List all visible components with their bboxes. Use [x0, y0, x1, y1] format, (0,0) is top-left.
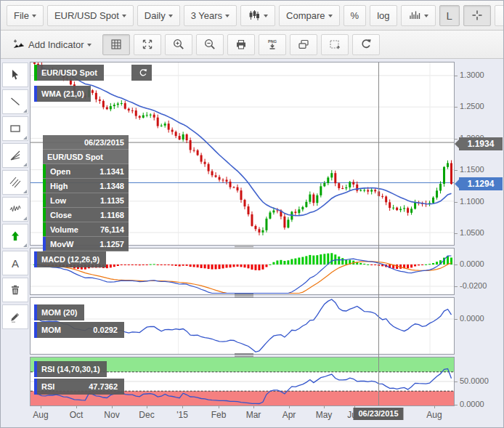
crosshair-vertical-line — [378, 62, 379, 405]
tooltip-row-label: Open — [50, 167, 99, 176]
refresh-icon — [138, 68, 148, 78]
rsi-value-chip: RSI 47.7362 — [34, 379, 124, 395]
period-high-badge: 1.1934 — [459, 137, 503, 150]
selection-mode-button[interactable] — [321, 34, 349, 55]
compare-button[interactable]: Compare — [279, 5, 339, 26]
x-axis-tick — [219, 405, 219, 408]
add-indicator-label: Add Indicator — [28, 39, 84, 50]
grid-toggle-button[interactable] — [102, 34, 130, 55]
log-scale-label: log — [377, 10, 389, 21]
wma-chip[interactable]: WMA (21,0) — [34, 86, 91, 102]
rsi-chip[interactable]: RSI (14,70,30,1) — [34, 361, 107, 377]
tool-options-corner-icon — [23, 190, 27, 193]
fullscreen-button[interactable] — [134, 34, 161, 55]
volume-style-button[interactable] — [401, 5, 436, 26]
caret-down-icon — [32, 15, 36, 20]
panel-resize-handle[interactable] — [235, 294, 253, 297]
file-menu-button[interactable]: File — [7, 5, 44, 26]
panel-resize-handle[interactable] — [235, 353, 253, 357]
tooltip-date: 06/23/2015 — [43, 135, 129, 150]
trendline-tool[interactable] — [2, 89, 28, 114]
y-axis-label: 1.0500 — [460, 228, 484, 237]
last-price-label-toggle-label: L — [447, 9, 452, 22]
y-axis-tick — [455, 286, 458, 287]
print-button[interactable] — [227, 34, 255, 55]
x-axis-tick — [41, 405, 41, 408]
crosshair-label-toggle-button[interactable]: L — [495, 5, 504, 26]
pencil-icon — [9, 310, 22, 323]
last-price-label-toggle-button[interactable]: L — [439, 5, 460, 26]
tool-options-corner-icon — [23, 243, 27, 247]
png-export-button[interactable]: PNG — [259, 34, 286, 55]
caret-down-icon — [168, 15, 173, 20]
candlestick-icon — [248, 9, 261, 22]
interval-select-button[interactable]: Daily — [137, 5, 180, 26]
zigzag-icon — [9, 203, 22, 216]
symbol-select-button[interactable]: EUR/USD Spot — [47, 5, 134, 26]
x-axis-tick — [147, 405, 147, 408]
tooltip-row-value: 1.1348 — [99, 182, 124, 190]
interval-select-label: Daily — [145, 10, 166, 21]
add-indicator-button[interactable]: Add Indicator — [5, 34, 99, 55]
freehand-draw-tool[interactable] — [2, 304, 28, 329]
compare-label: Compare — [286, 10, 325, 21]
y-axis-label: -0.0200 — [460, 281, 487, 290]
macd-chip[interactable]: MACD (12,26,9) — [34, 251, 106, 267]
parallel-lines-tool[interactable] — [2, 170, 28, 195]
refresh-symbol-button[interactable] — [131, 65, 152, 81]
tooltip-row-color-bar — [43, 237, 46, 251]
cursor-tool[interactable] — [2, 62, 28, 87]
y-axis-tick — [455, 319, 458, 320]
tooltip-symbol: EUR/USD Spot — [43, 150, 129, 164]
crosshair-toggle-button[interactable] — [463, 5, 491, 26]
chart-type-button[interactable] — [240, 5, 275, 26]
tooltip-row-label: MovW — [50, 240, 99, 249]
trendline-icon — [9, 95, 22, 108]
percent-scale-button[interactable]: % — [344, 5, 367, 26]
symbol-chip-label: EUR/USD Spot — [41, 68, 97, 77]
fan-lines-tool[interactable] — [2, 143, 28, 168]
zigzag-tool[interactable] — [2, 197, 28, 222]
arrow-marker-tool[interactable] — [2, 224, 28, 249]
arrow-up-icon — [9, 230, 22, 243]
symbol-chip[interactable]: EUR/USD Spot — [34, 65, 104, 81]
panel-resize-handle[interactable] — [235, 245, 253, 249]
range-select-label: 3 Years — [191, 10, 222, 21]
caret-down-icon — [122, 15, 126, 20]
add-indicator-icon — [12, 38, 25, 51]
y-axis-label: 50.0000 — [460, 376, 489, 385]
x-axis-tick — [253, 405, 254, 408]
x-axis-tick — [324, 405, 325, 408]
duplicate-chart-button[interactable] — [290, 34, 317, 55]
y-axis-tick — [455, 381, 458, 382]
expand-icon — [141, 38, 154, 51]
x-axis-tick — [182, 405, 183, 408]
range-select-button[interactable]: 3 Years — [184, 5, 237, 26]
caret-down-icon — [87, 44, 92, 49]
svg-text:PNG: PNG — [268, 39, 277, 44]
x-axis-tick — [434, 405, 435, 408]
tooltip-row-label: Low — [50, 196, 100, 205]
text-tool[interactable]: A — [2, 251, 28, 275]
mom-chip[interactable]: MOM (20) — [34, 304, 84, 320]
tool-options-corner-icon — [23, 163, 27, 166]
refresh-icon — [359, 38, 373, 51]
delete-drawings-tool[interactable] — [2, 278, 28, 302]
refresh-chart-button[interactable] — [352, 34, 380, 55]
mom-value-label: MOM — [41, 326, 61, 334]
tooltip-row: Close1.1168 — [43, 208, 129, 222]
y-axis-tick — [455, 265, 458, 265]
tooltip-row-label: Close — [50, 211, 100, 219]
log-scale-button[interactable]: log — [370, 5, 397, 26]
mom-value-chip: MOM 0.0292 — [34, 322, 124, 338]
chart-application: FileEUR/USD SpotDaily3 YearsCompare%logL… — [0, 0, 504, 428]
caret-down-icon — [225, 15, 229, 20]
zoom-in-button[interactable] — [165, 34, 192, 55]
tooltip-row: High1.1348 — [43, 179, 129, 193]
crosshair-date-badge: 06/23/2015 — [353, 408, 403, 420]
rectangle-tool[interactable] — [2, 116, 28, 141]
y-axis-label: 1.2500 — [460, 102, 484, 110]
tooltip-row-color-bar — [43, 193, 46, 207]
zoom-out-button[interactable] — [196, 34, 224, 55]
tooltip-row-value: 1.1257 — [99, 240, 124, 249]
